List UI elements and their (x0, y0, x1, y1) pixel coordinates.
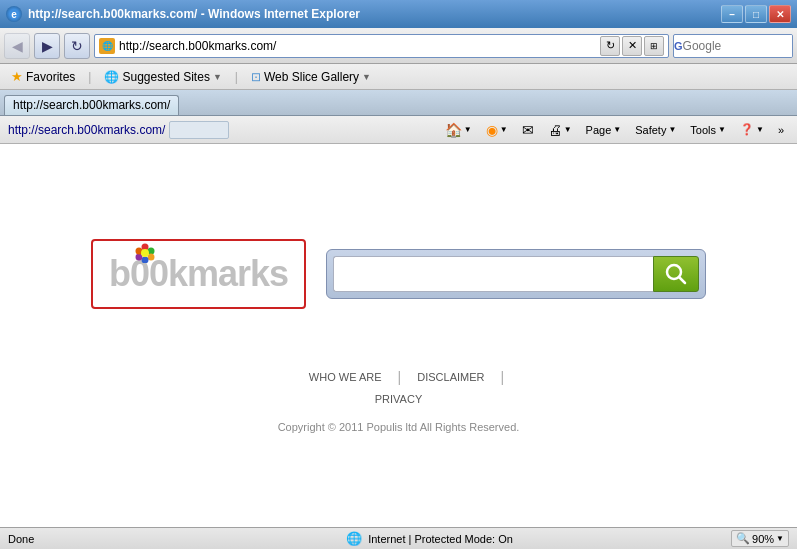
compat-button[interactable]: ⊞ (644, 36, 664, 56)
zoom-icon: 🔍 (736, 532, 750, 545)
footer-area: WHO WE ARE | DISCLAIMER | PRIVACY Copyri… (278, 329, 520, 433)
favorites-button[interactable]: ★ Favorites (8, 68, 78, 85)
webslice-arrow-icon: ▼ (362, 72, 371, 82)
more-button[interactable]: » (773, 119, 789, 141)
page-arrow-icon: ▼ (613, 125, 621, 134)
main-search-input[interactable] (333, 256, 653, 292)
address-input[interactable] (119, 39, 596, 53)
copyright-text: Copyright © 2011 Populis ltd All Rights … (278, 421, 520, 433)
search-bar: G ▼ 🔍 (673, 34, 793, 58)
safety-label: Safety (635, 124, 666, 136)
ie-icon: e (6, 6, 22, 22)
refresh-button[interactable]: ↻ (64, 33, 90, 59)
print-arrow-icon: ▼ (564, 125, 572, 134)
who-we-are-link[interactable]: WHO WE ARE (293, 371, 398, 383)
stop-addr-button[interactable]: ✕ (622, 36, 642, 56)
suggested-arrow-icon: ▼ (213, 72, 222, 82)
logo-o1-container: 0 (130, 253, 149, 295)
tools-arrow-icon: ▼ (718, 125, 726, 134)
suggested-label: Suggested Sites (122, 70, 209, 84)
safety-arrow-icon: ▼ (668, 125, 676, 134)
favorites-label: Favorites (26, 70, 75, 84)
logo-box: b 0 (91, 239, 306, 309)
status-bar: Done 🌐 Internet | Protected Mode: On 🔍 9… (0, 527, 797, 549)
more-icon: » (778, 124, 784, 136)
title-text: http://search.b00kmarks.com/ - Windows I… (28, 7, 360, 21)
suggested-sites-button[interactable]: 🌐 Suggested Sites ▼ (101, 69, 224, 85)
tools-label: Tools (690, 124, 716, 136)
minimize-button[interactable]: – (721, 5, 743, 23)
internet-zone-label: Internet | Protected Mode: On (368, 533, 513, 545)
internet-zone-icon: 🌐 (346, 531, 362, 546)
safety-button[interactable]: Safety ▼ (630, 119, 681, 141)
search-container (326, 249, 706, 299)
mail-icon: ✉ (522, 122, 534, 138)
address-bar: 🌐 ↻ ✕ ⊞ (94, 34, 669, 58)
feeds-icon: ◉ (486, 122, 498, 138)
help-arrow-icon: ▼ (756, 125, 764, 134)
center-row: b 0 (91, 239, 706, 309)
zoom-arrow-icon: ▼ (776, 534, 784, 543)
toolbar-address: http://search.b00kmarks.com/ (8, 123, 165, 137)
svg-point-3 (141, 256, 148, 263)
back-button[interactable]: ◀ (4, 33, 30, 59)
page-label: Page (586, 124, 612, 136)
favorites-bar: ★ Favorites | 🌐 Suggested Sites ▼ | ⊡ We… (0, 64, 797, 90)
logo-kmarks: kmarks (168, 253, 288, 295)
forward-button[interactable]: ▶ (34, 33, 60, 59)
star-icon: ★ (11, 69, 23, 84)
svg-line-8 (679, 277, 685, 283)
toolbar-input-box[interactable] (169, 121, 229, 139)
home-icon: 🏠 (445, 122, 462, 138)
search-icon (664, 262, 688, 286)
disclaimer-link[interactable]: DISCLAIMER (401, 371, 500, 383)
print-icon: 🖨 (548, 122, 562, 138)
print-button[interactable]: 🖨 ▼ (543, 119, 577, 141)
status-middle: 🌐 Internet | Protected Mode: On (128, 531, 731, 546)
privacy-link[interactable]: PRIVACY (375, 393, 422, 405)
help-button[interactable]: ❓ ▼ (735, 119, 769, 141)
close-button[interactable]: ✕ (769, 5, 791, 23)
flower-icon (135, 243, 155, 267)
content-area: b 0 (0, 144, 797, 527)
help-icon: ❓ (740, 123, 754, 136)
footer-sep-2: | (500, 369, 504, 385)
suggested-icon: 🌐 (104, 70, 119, 84)
maximize-button[interactable]: □ (745, 5, 767, 23)
logo-b: b (109, 253, 130, 295)
refresh-addr-button[interactable]: ↻ (600, 36, 620, 56)
webslice-icon: ⊡ (251, 70, 261, 84)
tab-bar: http://search.b00kmarks.com/ (0, 90, 797, 116)
address-icon: 🌐 (99, 38, 115, 54)
zoom-level: 90% (752, 533, 774, 545)
main-search-button[interactable] (653, 256, 699, 292)
toolbar: http://search.b00kmarks.com/ 🏠 ▼ ◉ ▼ ✉ 🖨… (0, 116, 797, 144)
footer-links: WHO WE ARE | DISCLAIMER | (293, 369, 504, 385)
separator-1: | (88, 70, 91, 84)
tab-label: http://search.b00kmarks.com/ (13, 98, 170, 112)
google-icon: G (674, 40, 683, 52)
home-arrow-icon: ▼ (464, 125, 472, 134)
search-input[interactable] (683, 35, 793, 57)
home-button[interactable]: 🏠 ▼ (440, 119, 477, 141)
tools-button[interactable]: Tools ▼ (685, 119, 731, 141)
feeds-button[interactable]: ◉ ▼ (481, 119, 513, 141)
webslice-label: Web Slice Gallery (264, 70, 359, 84)
logo: b 0 (109, 253, 288, 295)
svg-point-6 (141, 249, 149, 257)
status-text: Done (8, 533, 128, 545)
page-button[interactable]: Page ▼ (581, 119, 627, 141)
separator-2: | (235, 70, 238, 84)
feeds-arrow-icon: ▼ (500, 125, 508, 134)
current-tab[interactable]: http://search.b00kmarks.com/ (4, 95, 179, 115)
zoom-button[interactable]: 🔍 90% ▼ (731, 530, 789, 547)
title-bar: e http://search.b00kmarks.com/ - Windows… (0, 0, 797, 28)
status-right: 🔍 90% ▼ (731, 530, 789, 547)
nav-bar: ◀ ▶ ↻ 🌐 ↻ ✕ ⊞ G ▼ 🔍 (0, 28, 797, 64)
webslice-gallery-button[interactable]: ⊡ Web Slice Gallery ▼ (248, 69, 374, 85)
mail-button[interactable]: ✉ (517, 119, 539, 141)
